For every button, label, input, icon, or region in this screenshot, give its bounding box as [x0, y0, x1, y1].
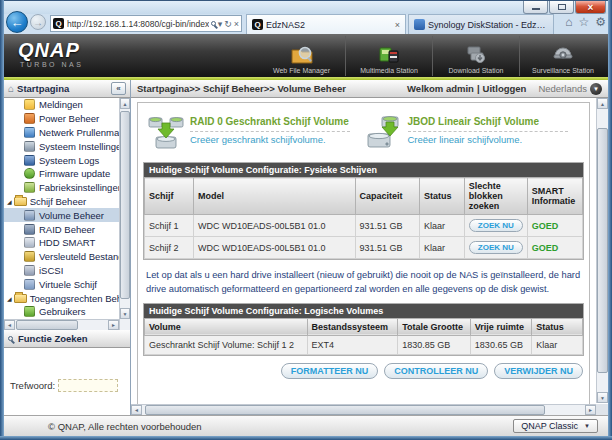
logout-link[interactable]: Uitloggen	[483, 83, 527, 94]
jbod-create-link[interactable]: Creëer lineair schijfvolume.	[408, 134, 568, 145]
smart-status: GOED	[532, 243, 559, 253]
tree-expander-icon[interactable]: ◢	[7, 295, 12, 302]
scroll-up-icon[interactable]: ▲	[597, 98, 608, 109]
scan-now-button[interactable]: ZOEK NU	[469, 219, 523, 232]
tab-synology[interactable]: Synology DiskStation - EdzN...	[408, 14, 554, 34]
theme-label: QNAP Classic	[521, 421, 578, 431]
content-scrollbar[interactable]: ▲ ▼	[596, 98, 608, 403]
sidebar-collapse-button[interactable]: «	[111, 82, 126, 95]
favorites-star-icon[interactable]: ☆	[578, 15, 589, 29]
sidebar-item-versleuteld-bestandssysteem[interactable]: Versleuteld Bestandssys	[4, 250, 130, 264]
scrollbar-corner	[596, 404, 608, 415]
folder-icon	[14, 197, 27, 206]
scroll-down-icon[interactable]: ▼	[597, 392, 608, 403]
main-content: Startpagina>> Schijf Beheer>> Volume Beh…	[131, 80, 608, 415]
maximize-button[interactable]	[549, 1, 574, 14]
scroll-right-icon[interactable]: ►	[108, 320, 119, 330]
tree-expander-icon[interactable]: ◢	[7, 198, 12, 205]
language-dropdown-icon[interactable]: ▼	[590, 83, 602, 95]
web-file-manager-button[interactable]: Web File Manager	[258, 36, 345, 76]
raid0-option-title: RAID 0 Geschrankt Schijf Volume	[190, 116, 350, 129]
col-vrije-ruimte: Vrije ruimte	[470, 318, 531, 335]
user-icon	[24, 306, 35, 317]
close-tab-icon[interactable]: ×	[395, 20, 400, 30]
sidebar-item-power-beheer[interactable]: Power Beheer	[4, 112, 130, 126]
home-icon[interactable]: ⌂	[565, 15, 572, 29]
format-now-button[interactable]: FORMATTEER NU	[281, 363, 378, 379]
refresh-icon[interactable]: ↻	[224, 19, 232, 29]
keyword-input[interactable]	[58, 379, 118, 392]
chevron-down-icon[interactable]: ▾	[218, 19, 223, 29]
scrollbar-thumb[interactable]	[145, 405, 545, 415]
col-status: Status	[419, 178, 464, 215]
raid-icon	[24, 224, 35, 235]
scrollbar-thumb[interactable]	[597, 128, 608, 373]
language-label: Nederlands	[538, 83, 587, 94]
tools-gear-icon[interactable]: ⚙	[595, 15, 606, 29]
sidebar-item-hdd-smart[interactable]: HDD SMART	[4, 236, 130, 250]
forward-button[interactable]: →	[30, 14, 46, 30]
scroll-up-icon[interactable]: ▲	[120, 98, 130, 109]
sidebar-item-fabrieksinstellingen[interactable]: Fabrieksinstellingen her	[4, 181, 130, 195]
surveillance-station-button[interactable]: Surveillance Station	[519, 36, 606, 76]
scrollbar-thumb[interactable]	[120, 111, 130, 299]
physical-disks-table: Huidige Schijf Volume Configuratie: Fysi…	[143, 162, 584, 260]
minimize-button[interactable]	[523, 1, 548, 14]
sidebar-item-gebruikers[interactable]: Gebruikers	[4, 305, 130, 319]
table-row-disk2: Schijf 2 WDC WD10EADS-00L5B1 01.0 931.51…	[145, 237, 583, 259]
url-text[interactable]: http://192.168.1.14:8080/cgi-bin/index.c…	[67, 19, 209, 29]
warning-note: Let op dat als u een hard drive installe…	[146, 268, 581, 297]
sidebar-item-netwerk-prullenmand[interactable]: Netwerk Prullenmand	[4, 126, 130, 140]
smart-status: GOED	[532, 221, 559, 231]
divider	[190, 131, 350, 132]
sidebar-item-iscsi[interactable]: iSCSI	[4, 264, 130, 278]
recycle-bin-icon	[24, 127, 35, 138]
scrollbar-thumb[interactable]	[16, 320, 78, 330]
theme-selector[interactable]: QNAP Classic ▼	[513, 419, 598, 433]
sidebar-group-schijf-beheer[interactable]: ◢Schijf Beheer	[4, 195, 130, 209]
stop-icon[interactable]: ×	[234, 19, 239, 29]
scan-now-button[interactable]: ZOEK NU	[469, 241, 523, 254]
back-button[interactable]: ←	[6, 11, 28, 33]
scroll-right-icon[interactable]: ►	[585, 405, 596, 415]
close-button[interactable]: ×	[575, 1, 606, 14]
download-station-button[interactable]: Download Station	[432, 36, 519, 76]
sidebar-scrollbar[interactable]: ▲ ▼	[119, 98, 130, 330]
col-schijf: Schijf	[145, 178, 194, 215]
station-label: Surveillance Station	[532, 67, 594, 74]
scroll-down-icon[interactable]: ▼	[120, 308, 130, 319]
remove-now-button[interactable]: VERWIJDER NU	[494, 363, 583, 379]
qnap-logo: QNAP	[18, 39, 80, 62]
search-icon[interactable]	[211, 21, 216, 26]
sidebar-item-virtuele-schijf[interactable]: Virtuele Schijf	[4, 277, 130, 291]
jbod-create-option[interactable]: JBOD Lineair Schijf Volume Creëer lineai…	[366, 116, 584, 150]
virtual-disk-icon	[24, 279, 35, 290]
folder-icon	[14, 294, 27, 303]
raid0-create-link[interactable]: Creëer geschrankt schijfvolume.	[190, 134, 350, 145]
tab-ednas2[interactable]: Q EdzNAS2 ×	[246, 14, 406, 34]
sidebar-item-systeem-logs[interactable]: Systeem Logs	[4, 153, 130, 167]
sidebar-group-toegangsrechten-beheer[interactable]: ◢Toegangsrechten Beheer	[4, 291, 130, 305]
check-now-button[interactable]: CONTROLLEER NU	[384, 363, 488, 379]
content-hscrollbar[interactable]: ◄ ►	[131, 404, 596, 415]
multimedia-station-button[interactable]: Multimedia Station	[345, 36, 432, 76]
address-bar[interactable]: Q http://192.168.1.14:8080/cgi-bin/index…	[50, 15, 242, 32]
content-body: RAID 0 Geschrankt Schijf Volume Creëer g…	[131, 98, 608, 415]
col-smart: SMART Informatie	[527, 178, 582, 215]
hdd-smart-icon	[24, 237, 35, 248]
sidebar-item-meldingen[interactable]: Meldingen	[4, 98, 130, 112]
sidebar-item-volume-beheer[interactable]: Volume Beheer	[4, 208, 130, 222]
sidebar-item-firmware-update[interactable]: Firmware update	[4, 167, 130, 181]
sidebar-hscrollbar[interactable]: ◄ ►	[4, 319, 119, 330]
system-settings-icon	[24, 141, 35, 152]
sidebar-item-raid-beheer[interactable]: RAID Beheer	[4, 222, 130, 236]
station-label: Multimedia Station	[360, 67, 418, 74]
scroll-left-icon[interactable]: ◄	[131, 405, 142, 415]
sidebar-item-systeem-instellingen[interactable]: Systeem Instellingen	[4, 139, 130, 153]
maximize-icon	[558, 4, 566, 10]
scroll-left-icon[interactable]: ◄	[4, 320, 15, 330]
raid0-create-option[interactable]: RAID 0 Geschrankt Schijf Volume Creëer g…	[148, 116, 366, 150]
col-totale-grootte: Totale Grootte	[398, 318, 471, 335]
station-label: Web File Manager	[273, 67, 330, 74]
col-model: Model	[194, 178, 355, 215]
